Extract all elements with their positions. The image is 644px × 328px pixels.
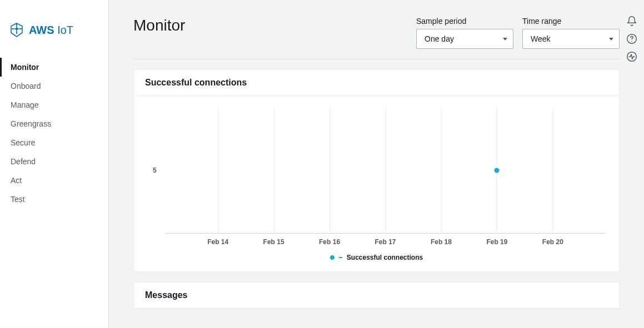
chart-gridline	[386, 107, 386, 233]
chart-plot-area	[165, 107, 606, 234]
legend-dot-icon	[330, 255, 335, 260]
sidebar-item-manage[interactable]: Manage	[0, 95, 108, 114]
legend-dash-icon	[339, 257, 342, 258]
svg-point-5	[16, 24, 17, 25]
chart-gridline	[330, 107, 330, 233]
sidebar-nav: Monitor Onboard Manage Greengrass Secure…	[0, 53, 108, 209]
connections-card-title: Successful connections	[134, 70, 619, 96]
chart-xtick: Feb 19	[486, 238, 507, 246]
chart-gridline	[553, 107, 553, 233]
messages-card: Messages	[133, 282, 620, 309]
caret-down-icon	[609, 38, 613, 41]
brand[interactable]: AWS IoT	[0, 22, 108, 53]
chart-xtick: Feb 18	[431, 238, 452, 246]
sidebar: AWS IoT Monitor Onboard Manage Greengras…	[0, 0, 109, 328]
chart-gridline	[441, 107, 442, 233]
chart-gridline	[274, 107, 274, 233]
svg-point-6	[16, 33, 17, 34]
chart-ytick: 5	[153, 166, 157, 174]
connections-chart: 5 Feb 14Feb 15Feb 16Feb 17Feb 18Feb 19Fe…	[145, 104, 608, 254]
chart-datapoint	[495, 168, 500, 173]
sidebar-item-greengrass[interactable]: Greengrass	[0, 114, 108, 133]
chart-xtick: Feb 14	[207, 238, 228, 246]
help-icon[interactable]	[626, 33, 637, 44]
aws-iot-icon	[10, 22, 23, 38]
time-range-label: Time range	[522, 17, 620, 26]
chart-gridline	[218, 107, 218, 233]
chart-xtick: Feb 15	[263, 238, 284, 246]
page-header: Monitor Sample period One day Time range…	[133, 17, 620, 59]
svg-point-7	[12, 28, 13, 29]
sample-period-control: Sample period One day	[416, 17, 513, 49]
activity-icon[interactable]	[626, 51, 637, 62]
sample-period-value: One day	[425, 34, 454, 43]
legend-label: Successful connections	[347, 254, 423, 261]
chart-xtick: Feb 16	[319, 238, 340, 246]
main-content: Monitor Sample period One day Time range…	[109, 0, 644, 328]
page-title: Monitor	[133, 17, 185, 34]
svg-point-10	[631, 41, 632, 42]
sidebar-item-act[interactable]: Act	[0, 171, 108, 190]
notifications-icon[interactable]	[626, 16, 637, 27]
connections-card: Successful connections 5 Feb 14Feb 15Feb…	[133, 69, 620, 272]
caret-down-icon	[503, 38, 507, 41]
messages-card-title: Messages	[134, 282, 619, 309]
sample-period-select[interactable]: One day	[416, 29, 513, 49]
time-range-value: Week	[531, 34, 551, 43]
chart-xtick: Feb 17	[375, 238, 396, 246]
header-controls: Sample period One day Time range Week	[416, 17, 620, 49]
sidebar-item-onboard[interactable]: Onboard	[0, 77, 108, 95]
chart-xtick: Feb 20	[542, 238, 563, 246]
sidebar-item-defend[interactable]: Defend	[0, 152, 108, 171]
utility-rail	[620, 16, 644, 62]
time-range-control: Time range Week	[522, 17, 620, 49]
sidebar-item-test[interactable]: Test	[0, 190, 108, 209]
sample-period-label: Sample period	[416, 17, 513, 26]
time-range-select[interactable]: Week	[522, 29, 620, 49]
sidebar-item-secure[interactable]: Secure	[0, 133, 108, 152]
sidebar-item-monitor[interactable]: Monitor	[0, 58, 108, 77]
svg-point-0	[16, 28, 18, 30]
brand-title: AWS IoT	[29, 24, 73, 37]
svg-point-8	[21, 28, 22, 29]
chart-legend: Successful connections	[145, 254, 608, 261]
